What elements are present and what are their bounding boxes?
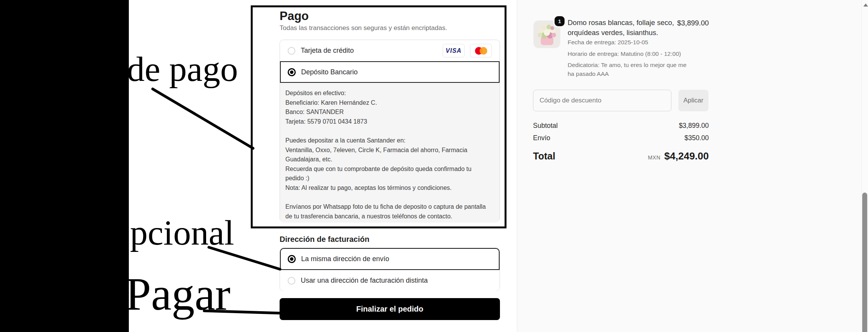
annotation-label-de-pago: de pago: [127, 51, 238, 87]
dedication-note: Dedicatoria: Te amo, tu eres lo mejor qu…: [568, 60, 691, 78]
payment-option-credit-card[interactable]: Tarjeta de crédito VISA: [280, 40, 500, 61]
subtotal-row: Subtotal $3,899.00: [533, 122, 709, 130]
currency-code: MXN: [648, 154, 661, 161]
payment-methods-group: Tarjeta de crédito VISA Depósito Bancari…: [280, 40, 500, 222]
discount-code-input[interactable]: [533, 90, 671, 111]
payment-option-label: Depósito Bancario: [301, 68, 358, 76]
order-summary-panel: 1 Domo rosas blancas, follaje seco, orqu…: [517, 0, 861, 332]
subtotal-label: Subtotal: [533, 122, 558, 130]
annotation-label-pagar: Pagar: [125, 271, 230, 317]
mastercard-icon: [470, 44, 492, 57]
delivery-date: Fecha de entrega: 2025-10-05: [568, 38, 648, 47]
checkout-page: Pago Todas las transacciones son seguras…: [0, 0, 868, 332]
checkout-button[interactable]: Finalizar el pedido: [280, 298, 500, 320]
scroll-up-icon[interactable]: [863, 3, 868, 7]
radio-selected-icon[interactable]: [288, 255, 296, 263]
payment-security-note: Todas las transacciones son seguras y es…: [280, 24, 447, 32]
scrollbar-thumb[interactable]: [862, 193, 867, 332]
billing-option-label: La misma dirección de envío: [301, 255, 389, 263]
black-sidebar: [0, 0, 129, 332]
visa-badge: VISA: [443, 44, 465, 57]
shipping-value: $350.00: [685, 134, 709, 142]
total-label: Total: [533, 151, 555, 162]
radio-selected-icon[interactable]: [288, 68, 296, 76]
payment-option-bank-deposit[interactable]: Depósito Bancario: [280, 61, 500, 83]
billing-option-different-address[interactable]: Usar una dirección de facturación distin…: [280, 270, 500, 291]
product-title: Domo rosas blancas, follaje seco, orquíd…: [568, 18, 683, 38]
subtotal-value: $3,899.00: [679, 122, 709, 130]
annotation-line-de-pago: [153, 89, 253, 148]
billing-option-label: Usar una dirección de facturación distin…: [301, 277, 428, 285]
shipping-row: Envío $350.00: [533, 134, 709, 142]
payment-section-title: Pago: [280, 9, 309, 23]
apply-discount-button[interactable]: Aplicar: [678, 90, 708, 111]
payment-option-label: Tarjeta de crédito: [301, 47, 354, 55]
radio-unselected-icon[interactable]: [288, 277, 295, 285]
total-value: $4,249.00: [664, 150, 709, 162]
delivery-time: Horario de entrega: Matutino (8:00 - 12:…: [568, 49, 681, 58]
deposit-instructions: Depósitos en efectivo: Beneficiario: Kar…: [280, 83, 500, 223]
radio-unselected-icon[interactable]: [288, 47, 295, 55]
total-row: Total MXN $4,249.00: [533, 150, 709, 162]
billing-section-title: Dirección de facturación: [280, 235, 369, 244]
visa-wordmark: VISA: [446, 47, 461, 54]
billing-options-group: La misma dirección de envío Usar una dir…: [280, 248, 500, 291]
product-price: $3,899.00: [677, 19, 709, 27]
shipping-label: Envío: [533, 134, 550, 142]
quantity-badge: 1: [555, 16, 565, 26]
billing-option-same-address[interactable]: La misma dirección de envío: [280, 248, 500, 270]
annotation-label-opcional: opcional: [112, 215, 234, 250]
